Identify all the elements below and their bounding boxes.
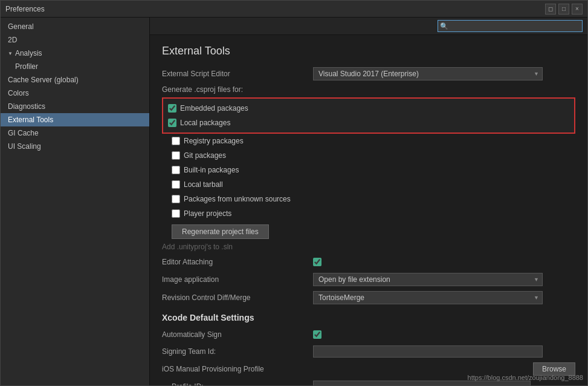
- git-packages-label: Git packages: [184, 151, 226, 160]
- sidebar-item-colors[interactable]: Colors: [1, 87, 149, 100]
- registry-packages-label: Registry packages: [184, 137, 244, 145]
- editor-attaching-row: Editor Attaching: [162, 256, 575, 268]
- search-icon: 🔍: [440, 22, 448, 30]
- main-panel: 🔍 External Tools External Script Editor …: [150, 18, 587, 385]
- preferences-window: Preferences ◻ □ × General 2D ▼ Analysis …: [0, 0, 588, 386]
- signing-team-input[interactable]: [313, 345, 543, 358]
- window-title: Preferences: [5, 5, 45, 13]
- registry-packages-checkbox[interactable]: [172, 137, 180, 145]
- ios-profile-id-label: Profile ID:: [162, 382, 313, 385]
- built-in-packages-row: Built-in packages: [172, 164, 575, 176]
- revision-control-label: Revision Control Diff/Merge: [162, 293, 313, 302]
- embedded-packages-label: Embedded packages: [180, 104, 248, 113]
- git-packages-checkbox[interactable]: [172, 151, 180, 160]
- auto-sign-label: Automatically Sign: [162, 330, 313, 339]
- embedded-packages-row: Embedded packages: [168, 102, 569, 114]
- window-controls: ◻ □ ×: [545, 4, 583, 15]
- sidebar-item-profiler[interactable]: Profiler: [1, 60, 149, 73]
- content-area: General 2D ▼ Analysis Profiler Cache Ser…: [1, 18, 587, 385]
- auto-sign-checkbox[interactable]: [313, 330, 321, 339]
- local-tarball-row: Local tarball: [172, 178, 575, 191]
- external-script-editor-select[interactable]: Visual Studio 2017 (Enterprise): [313, 67, 543, 80]
- unknown-sources-row: Packages from unknown sources: [172, 193, 575, 205]
- revision-control-row: Revision Control Diff/Merge TortoiseMerg…: [162, 291, 575, 304]
- add-sln-label: Add .unityproj's to .sln: [162, 243, 575, 251]
- ios-browse-btn[interactable]: Browse: [533, 362, 575, 376]
- local-tarball-checkbox[interactable]: [172, 180, 180, 189]
- signing-team-label: Signing Team Id:: [162, 347, 313, 356]
- restore-btn[interactable]: ◻: [545, 4, 556, 15]
- embedded-packages-checkbox[interactable]: [168, 104, 176, 113]
- sidebar: General 2D ▼ Analysis Profiler Cache Ser…: [1, 18, 150, 385]
- editor-attaching-label: Editor Attaching: [162, 258, 313, 266]
- image-application-dropdown-wrap: Open by file extension: [313, 273, 543, 286]
- external-script-editor-row: External Script Editor Visual Studio 201…: [162, 67, 575, 80]
- external-script-editor-label: External Script Editor: [162, 70, 313, 78]
- player-projects-checkbox[interactable]: [172, 209, 180, 218]
- player-projects-label: Player projects: [184, 209, 231, 218]
- other-checkboxes: Registry packages Git packages Built-in …: [162, 135, 575, 220]
- highlighted-checkbox-group: Embedded packages Local packages: [162, 97, 575, 134]
- auto-sign-row: Automatically Sign: [162, 329, 575, 341]
- image-application-row: Image application Open by file extension: [162, 273, 575, 286]
- sidebar-item-ui-scaling[interactable]: UI Scaling: [1, 140, 149, 153]
- sidebar-item-cache-server[interactable]: Cache Server (global): [1, 73, 149, 87]
- sidebar-item-external-tools[interactable]: External Tools: [1, 113, 149, 126]
- ios-profile-id-input[interactable]: [313, 381, 531, 385]
- ios-profile-row: iOS Manual Provisioning Profile Browse: [162, 362, 575, 376]
- git-packages-row: Git packages: [172, 149, 575, 162]
- search-wrap: 🔍: [438, 20, 583, 32]
- close-btn[interactable]: ×: [572, 4, 583, 15]
- search-bar-row: 🔍: [150, 18, 587, 35]
- page-title: External Tools: [162, 45, 575, 57]
- expand-triangle-icon: ▼: [8, 51, 13, 56]
- local-packages-label: Local packages: [180, 119, 230, 127]
- image-application-select[interactable]: Open by file extension: [313, 273, 543, 286]
- sidebar-item-general[interactable]: General: [1, 20, 149, 33]
- image-application-label: Image application: [162, 275, 313, 284]
- revision-control-dropdown-wrap: TortoiseMerge: [313, 291, 543, 304]
- sidebar-section-analysis[interactable]: ▼ Analysis: [1, 47, 149, 60]
- title-bar: Preferences ◻ □ ×: [1, 1, 587, 18]
- local-packages-row: Local packages: [168, 117, 569, 129]
- regenerate-btn[interactable]: Regenerate project files: [172, 224, 269, 239]
- main-content: External Tools External Script Editor Vi…: [150, 35, 587, 385]
- unknown-sources-label: Packages from unknown sources: [184, 195, 291, 203]
- local-tarball-label: Local tarball: [184, 180, 223, 189]
- player-projects-row: Player projects: [172, 208, 575, 220]
- external-script-editor-dropdown-wrap: Visual Studio 2017 (Enterprise): [313, 67, 543, 80]
- sidebar-item-2d[interactable]: 2D: [1, 33, 149, 47]
- signing-team-row: Signing Team Id:: [162, 345, 575, 358]
- ios-profile-id-row: Profile ID:: [162, 381, 575, 385]
- sidebar-item-gi-cache[interactable]: GI Cache: [1, 126, 149, 140]
- maximize-btn[interactable]: □: [558, 4, 569, 15]
- xcode-title: Xcode Default Settings: [162, 313, 575, 322]
- built-in-packages-label: Built-in packages: [184, 166, 239, 174]
- unknown-sources-checkbox[interactable]: [172, 195, 180, 203]
- editor-attaching-checkbox[interactable]: [313, 258, 321, 266]
- built-in-packages-checkbox[interactable]: [172, 166, 180, 174]
- search-input[interactable]: [438, 20, 583, 32]
- ios-profile-label: iOS Manual Provisioning Profile: [162, 365, 313, 373]
- local-packages-checkbox[interactable]: [168, 119, 176, 127]
- revision-control-select[interactable]: TortoiseMerge: [313, 291, 543, 304]
- generate-csproj-label: Generate .csproj files for:: [162, 85, 575, 94]
- ios-profile-value-area: Browse: [313, 362, 575, 376]
- sidebar-item-diagnostics[interactable]: Diagnostics: [1, 100, 149, 113]
- sidebar-item-analysis-label: Analysis: [15, 49, 42, 57]
- registry-packages-row: Registry packages: [172, 135, 575, 147]
